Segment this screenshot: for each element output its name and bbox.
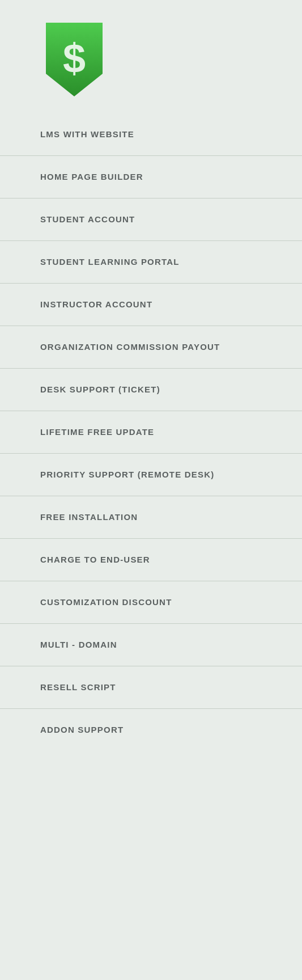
menu-item-label-desk-support-ticket: DESK SUPPORT (TICKET) — [40, 385, 160, 394]
app-logo-icon: $ — [40, 23, 108, 96]
menu-item-multi-domain[interactable]: MULTI - DOMAIN — [0, 624, 302, 666]
menu-item-desk-support-ticket[interactable]: DESK SUPPORT (TICKET) — [0, 369, 302, 411]
menu-item-label-addon-support: ADDON SUPPORT — [40, 725, 124, 734]
menu-item-lifetime-free-update[interactable]: LIFETIME FREE UPDATE — [0, 411, 302, 454]
menu-item-lms-with-website[interactable]: LMS WITH WEBSITE — [0, 113, 302, 156]
menu-item-label-organization-commission-payout: ORGANIZATION COMMISSION PAYOUT — [40, 342, 220, 352]
menu-item-home-page-builder[interactable]: HOME PAGE BUILDER — [0, 156, 302, 198]
logo-container: $ — [0, 0, 108, 113]
menu-item-free-installation[interactable]: FREE INSTALLATION — [0, 496, 302, 539]
menu-item-organization-commission-payout[interactable]: ORGANIZATION COMMISSION PAYOUT — [0, 326, 302, 369]
menu-item-resell-script[interactable]: RESELL SCRIPT — [0, 666, 302, 709]
menu-item-label-instructor-account: INSTRUCTOR ACCOUNT — [40, 299, 152, 309]
menu-item-label-priority-support-remote-desk: PRIORITY SUPPORT (REMOTE DESK) — [40, 470, 214, 479]
menu-item-label-multi-domain: MULTI - DOMAIN — [40, 640, 117, 649]
menu-item-label-student-account: STUDENT ACCOUNT — [40, 214, 135, 224]
menu-item-customization-discount[interactable]: CUSTOMIZATION DISCOUNT — [0, 581, 302, 624]
menu-item-label-free-installation: FREE INSTALLATION — [40, 512, 138, 522]
menu-item-label-student-learning-portal: STUDENT LEARNING PORTAL — [40, 257, 180, 267]
menu-item-label-lifetime-free-update: LIFETIME FREE UPDATE — [40, 427, 154, 437]
menu-item-label-lms-with-website: LMS WITH WEBSITE — [40, 129, 134, 139]
menu-item-student-learning-portal[interactable]: STUDENT LEARNING PORTAL — [0, 241, 302, 284]
menu-item-label-resell-script: RESELL SCRIPT — [40, 682, 116, 692]
feature-menu-list: LMS WITH WEBSITEHOME PAGE BUILDERSTUDENT… — [0, 113, 302, 751]
svg-text:$: $ — [63, 36, 86, 81]
menu-item-label-home-page-builder: HOME PAGE BUILDER — [40, 172, 143, 181]
menu-item-label-charge-to-end-user: CHARGE TO END-USER — [40, 555, 150, 564]
menu-item-priority-support-remote-desk[interactable]: PRIORITY SUPPORT (REMOTE DESK) — [0, 454, 302, 496]
menu-item-label-customization-discount: CUSTOMIZATION DISCOUNT — [40, 597, 172, 607]
menu-item-student-account[interactable]: STUDENT ACCOUNT — [0, 198, 302, 241]
menu-item-instructor-account[interactable]: INSTRUCTOR ACCOUNT — [0, 284, 302, 326]
menu-item-addon-support[interactable]: ADDON SUPPORT — [0, 709, 302, 751]
menu-item-charge-to-end-user[interactable]: CHARGE TO END-USER — [0, 539, 302, 581]
